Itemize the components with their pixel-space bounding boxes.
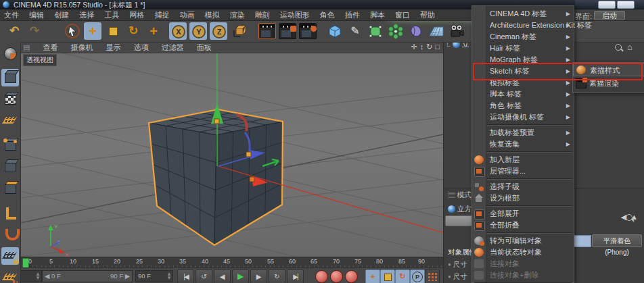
object-axis-mode-button[interactable] [1, 204, 19, 222]
attr-size-y[interactable]: ●尺寸 [448, 272, 467, 282]
polygons-mode-button[interactable] [1, 180, 19, 197]
menu-item-set-as-root[interactable]: 设为根部 [472, 192, 574, 204]
view-label[interactable]: 透视视图 [23, 54, 57, 66]
points-mode-button[interactable] [1, 136, 19, 154]
menu-snap[interactable]: 捕捉 [150, 9, 173, 20]
interface-dropdown[interactable]: 启动 [594, 11, 625, 20]
autokey-time-button[interactable] [330, 270, 343, 283]
cube-object[interactable] [149, 109, 283, 245]
menu-item-motioncam-tags[interactable]: 运动摄像机 标签▶ [472, 111, 574, 123]
menu-item-cineman-tags[interactable]: Cineman 标签▶ [472, 31, 574, 43]
menu-item-make-editable[interactable]: 转为可编辑对象 [472, 235, 574, 247]
menu-file[interactable]: 文件 [0, 9, 23, 20]
rotate-tool[interactable]: ↻ [124, 22, 142, 40]
redo-button[interactable]: ↷ [26, 22, 43, 40]
record-keyframe-button[interactable] [315, 270, 328, 283]
menu-mesh[interactable]: 网格 [125, 9, 148, 20]
menu-character[interactable]: 角色 [316, 9, 339, 20]
scale-handle-z[interactable] [246, 152, 251, 157]
subdivision-surface-button[interactable] [367, 22, 384, 40]
play-button[interactable]: ▶ [232, 269, 249, 283]
menu-simulate[interactable]: 模拟 [201, 9, 224, 20]
key-rotation-toggle[interactable]: ↻ [395, 269, 410, 283]
key-point-level-toggle[interactable] [425, 269, 440, 283]
key-parameter-toggle[interactable]: P [410, 269, 425, 283]
undo-button[interactable]: ↶ [5, 22, 23, 40]
goto-start-button[interactable]: |◀ [177, 269, 194, 283]
render-view-button[interactable] [258, 23, 276, 39]
phong-shading-button[interactable]: 平滑着色(Phong) [592, 234, 642, 247]
menu-edit[interactable]: 编辑 [25, 9, 48, 20]
menu-animate[interactable]: 动画 [175, 9, 198, 20]
key-scale-toggle[interactable] [380, 269, 395, 283]
attr-mode-menu[interactable]: ▤ 模式 [448, 190, 471, 200]
home-icon[interactable]: ⌂ [627, 42, 632, 52]
menu-sculpt[interactable]: 雕刻 [251, 9, 274, 20]
next-frame-button[interactable]: ▶ [250, 269, 267, 283]
deformer-button[interactable] [407, 22, 425, 40]
end-frame-field[interactable]: 90 F▲▼ [135, 270, 173, 282]
environment-floor-button[interactable] [428, 22, 445, 40]
frame-range-slider[interactable]: ◀ 0 F 90 F ▶ [42, 270, 133, 282]
menu-item-script-tags[interactable]: 脚本 标签▶ [472, 88, 574, 100]
x-axis-lock[interactable]: X [169, 22, 187, 40]
texture-axis-mode-button[interactable] [1, 112, 19, 130]
search-icon[interactable] [615, 44, 622, 51]
menu-item-current-state-to-object[interactable]: 当前状态转对象 [472, 247, 574, 258]
workplane-lock-button[interactable] [1, 247, 19, 265]
snap-magnet-button[interactable] [1, 226, 19, 243]
scale-handle-top[interactable] [214, 119, 219, 124]
add-cube-object-button[interactable] [326, 22, 344, 40]
menu-item-c4d-tags[interactable]: CINEMA 4D 标签▶ [472, 8, 574, 20]
texture-mode-button[interactable] [1, 91, 19, 108]
render-settings-button[interactable] [299, 23, 317, 39]
menu-select[interactable]: 选择 [75, 9, 98, 20]
timeline-ruler[interactable]: 0 5 10 15 20 25 30 35 40 45 50 55 60 65 … [20, 257, 444, 268]
menu-item-character-tags[interactable]: 角色 标签▶ [472, 100, 574, 111]
menu-tools[interactable]: 工具 [100, 9, 123, 20]
vp-menu-panel[interactable]: 面板 [191, 42, 217, 53]
next-key-button[interactable]: ↻ [269, 269, 285, 283]
viewport-nav-icons[interactable]: ✛↕↻□ [411, 43, 442, 51]
viewport-3d[interactable]: Y Z X [20, 53, 446, 257]
make-editable-button[interactable] [1, 45, 19, 62]
menu-item-layer-manager[interactable]: 层管理器... [472, 165, 574, 177]
keyframe-help-button[interactable] [345, 270, 358, 283]
spline-pen-button[interactable]: ✎ [346, 22, 364, 40]
scale-tool[interactable] [104, 22, 122, 40]
camera-button[interactable] [448, 22, 465, 40]
menu-render[interactable]: 渲染 [226, 9, 249, 20]
live-selection-tool[interactable] [64, 22, 81, 40]
vp-menu-filter[interactable]: 过滤器 [156, 42, 189, 53]
last-tool-button[interactable]: + [145, 22, 162, 40]
menu-item-select-children[interactable]: 选择子级 [472, 181, 574, 192]
menu-item-load-tag-preset[interactable]: 加载标签预置▶ [472, 127, 574, 138]
minimize-button[interactable] [598, 1, 616, 9]
restore-button[interactable] [617, 1, 635, 9]
workplane-mode-button[interactable]: ↻ [1, 269, 19, 283]
z-axis-lock[interactable]: Z [210, 22, 227, 40]
menu-help[interactable]: 帮助 [416, 9, 439, 20]
menu-item-unfold-all[interactable]: 全部展开 [472, 208, 574, 220]
coordinate-system-button[interactable] [230, 22, 248, 40]
y-axis-lock[interactable]: Y [189, 22, 207, 40]
menu-mograph[interactable]: 运动图形 [276, 9, 314, 20]
menu-window[interactable]: 窗口 [391, 9, 414, 20]
menu-create[interactable]: 创建 [50, 9, 73, 20]
vp-menu-display[interactable]: 显示 [101, 42, 127, 53]
menu-script[interactable]: 脚本 [366, 9, 389, 20]
array-generator-button[interactable] [387, 22, 405, 40]
menu-item-hair-tags[interactable]: Hair 标签▶ [472, 43, 574, 54]
vp-menu-options[interactable]: 选项 [129, 42, 154, 53]
edges-mode-button[interactable] [1, 158, 19, 176]
move-tool[interactable]: + [84, 22, 101, 40]
menu-item-architecture-tags[interactable]: Architecture Extension Kit 标签▶ [472, 20, 574, 31]
menu-item-add-to-new-layer[interactable]: 加入新层 [472, 154, 574, 165]
attr-search-icon[interactable] [626, 214, 632, 221]
render-region-button[interactable] [279, 23, 296, 39]
vp-menu-view[interactable]: 查看 [37, 42, 63, 53]
menu-item-fold-all[interactable]: 全部折叠 [472, 220, 574, 231]
attr-size-x[interactable]: ●尺寸 [448, 260, 467, 269]
vp-menu-camera[interactable]: 摄像机 [66, 42, 99, 53]
scale-handle-x[interactable] [250, 177, 254, 182]
